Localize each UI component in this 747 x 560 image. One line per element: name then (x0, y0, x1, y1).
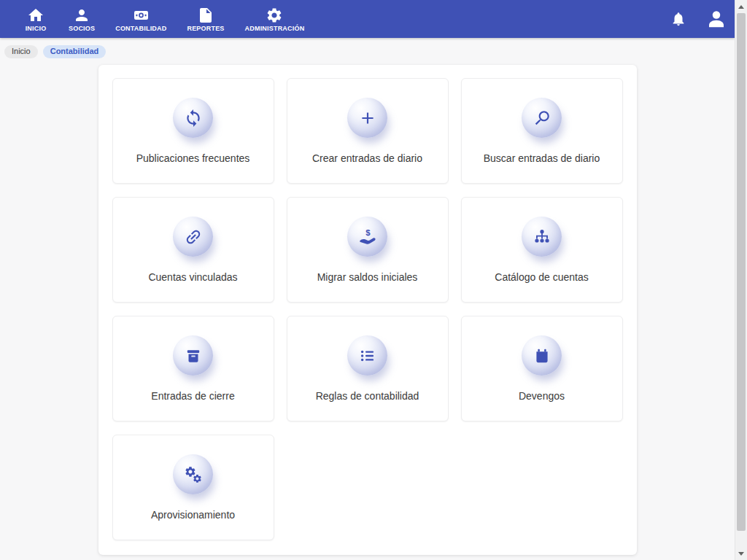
card-aprovisionamiento[interactable]: Aprovisionamiento (112, 435, 274, 540)
card-grid: Publicaciones frecuentes Crear entradas … (112, 78, 623, 540)
card-devengos[interactable]: Devengos (461, 316, 623, 421)
bell-icon (670, 11, 686, 27)
card-label: Crear entradas de diario (312, 152, 422, 164)
person-icon (73, 7, 90, 24)
card-label: Publicaciones frecuentes (136, 152, 250, 164)
card-entradas-de-cierre[interactable]: Entradas de cierre (112, 316, 274, 421)
sphere (347, 98, 387, 138)
card-publicaciones-frecuentes[interactable]: Publicaciones frecuentes (112, 78, 274, 184)
sphere: $ (347, 217, 387, 257)
scrollbar-thumb[interactable] (737, 13, 746, 531)
sphere (522, 217, 562, 257)
nav-label: ADMINISTRACIÓN (245, 25, 305, 32)
nav-item-socios[interactable]: SOCIOS (64, 7, 99, 32)
card-label: Reglas de contabilidad (316, 390, 419, 402)
triangle-down-icon (738, 552, 744, 556)
card-label: Aprovisionamiento (151, 509, 235, 521)
scroll-down-button[interactable] (735, 548, 747, 559)
nav-label: CONTABILIDAD (115, 25, 166, 32)
nav-label: REPORTES (187, 25, 224, 32)
breadcrumb-item-contabilidad[interactable]: Contabilidad (43, 45, 107, 58)
hierarchy-icon (533, 228, 551, 246)
cash-icon (132, 7, 150, 24)
scroll-up-button[interactable] (735, 1, 747, 12)
card-migrar-saldos-iniciales[interactable]: $ Migrar saldos iniciales (287, 197, 449, 303)
sphere (173, 454, 213, 494)
sphere (522, 98, 562, 138)
plus-icon (358, 109, 377, 128)
card-label: Entradas de cierre (151, 390, 234, 402)
sphere (522, 335, 562, 376)
archive-icon (184, 346, 203, 365)
breadcrumb-item-inicio[interactable]: Inicio (4, 45, 38, 58)
link-icon (184, 228, 203, 246)
sync-icon (184, 109, 203, 128)
hand-holding-dollar-icon: $ (358, 228, 377, 246)
content-panel: Publicaciones frecuentes Crear entradas … (98, 65, 637, 555)
user-icon (705, 8, 727, 30)
card-cuentas-vinculadas[interactable]: Cuentas vinculadas (112, 197, 274, 303)
gear-icon (266, 7, 283, 24)
search-icon (533, 109, 551, 128)
sphere (173, 217, 213, 257)
sphere (173, 335, 213, 376)
vertical-scrollbar[interactable] (735, 0, 747, 560)
card-label: Devengos (519, 390, 565, 402)
card-label: Buscar entradas de diario (484, 152, 600, 164)
notifications-button[interactable] (670, 11, 686, 27)
nav-item-inicio[interactable]: INICIO (19, 7, 53, 32)
app-window: INICIO SOCIOS CONTABILIDAD REPORTES (0, 0, 735, 560)
card-label: Migrar saldos iniciales (317, 271, 418, 283)
sphere (173, 98, 213, 138)
card-label: Cuentas vinculadas (148, 271, 237, 283)
nav-item-administracion[interactable]: ADMINISTRACIÓN (241, 7, 309, 32)
svg-text:$: $ (365, 228, 371, 237)
card-label: Catálogo de cuentas (495, 271, 588, 283)
top-nav-bar: INICIO SOCIOS CONTABILIDAD REPORTES (0, 0, 735, 38)
sphere (347, 335, 387, 376)
nav-label: INICIO (26, 25, 47, 32)
nav-label: SOCIOS (69, 25, 95, 32)
calendar-icon (533, 346, 551, 365)
card-crear-entradas-de-diario[interactable]: Crear entradas de diario (287, 78, 449, 184)
card-catalogo-de-cuentas[interactable]: Catálogo de cuentas (461, 197, 623, 303)
card-reglas-de-contabilidad[interactable]: Reglas de contabilidad (287, 316, 449, 421)
bulleted-list-icon (358, 346, 377, 365)
user-menu-button[interactable] (705, 8, 727, 30)
nav-right-actions (670, 8, 735, 30)
nav-item-contabilidad[interactable]: CONTABILIDAD (111, 7, 171, 32)
card-buscar-entradas-de-diario[interactable]: Buscar entradas de diario (461, 78, 623, 184)
triangle-up-icon (738, 5, 744, 9)
document-icon (197, 7, 214, 24)
breadcrumb: Inicio Contabilidad (0, 38, 735, 65)
home-icon (27, 7, 44, 24)
nav-item-reportes[interactable]: REPORTES (182, 7, 228, 32)
gears-icon (183, 464, 203, 484)
